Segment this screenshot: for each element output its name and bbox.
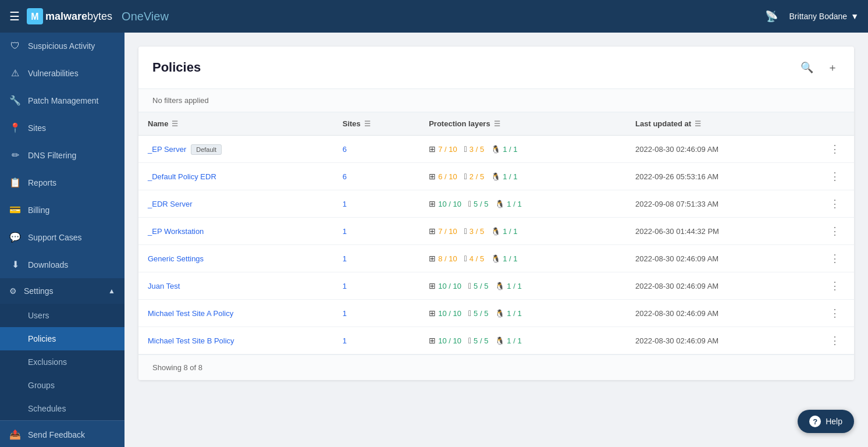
sites-count: 1 [343, 227, 347, 236]
sidebar-label-dns-filtering: DNS Filtering [28, 151, 76, 160]
sidebar-sub-item-schedules[interactable]: Schedules [0, 397, 124, 420]
sidebar-label-billing: Billing [28, 205, 49, 215]
protection-cell: ⊞ 8 / 10  4 / 5 🐧 1 / 1 [419, 245, 626, 272]
apple-score: 4 / 5 [469, 254, 484, 263]
sidebar-item-downloads[interactable]: ⬇Downloads [0, 251, 124, 278]
linux-layer: 🐧 1 / 1 [495, 282, 521, 290]
apple-icon:  [468, 308, 471, 318]
policy-link[interactable]: _Default Policy EDR [148, 172, 216, 181]
sidebar-sub-item-policies[interactable]: Policies [0, 327, 124, 350]
sidebar-item-reports[interactable]: 📋Reports [0, 169, 124, 196]
table-header-row: Name ☰ Sites ☰ Protectio [138, 112, 854, 136]
filter-text: No filters applied [152, 96, 209, 105]
sites-count: 1 [343, 309, 347, 318]
timestamp: 2022-08-30 02:46:09 AM [635, 145, 718, 154]
row-menu-cell: ⋮ [816, 272, 854, 300]
linux-layer: 🐧 1 / 1 [491, 145, 517, 154]
row-context-menu[interactable]: ⋮ [825, 196, 845, 212]
last-updated-cell: 2022-09-08 07:51:33 AM [626, 190, 816, 218]
row-menu-cell: ⋮ [816, 163, 854, 190]
help-button[interactable]: ? Help [798, 410, 854, 433]
send-feedback-label: Send Feedback [28, 430, 85, 439]
sites-cell: 6 [333, 163, 419, 190]
name-filter-icon[interactable]: ☰ [172, 120, 178, 128]
windows-layer: ⊞ 6 / 10 [429, 172, 457, 181]
sidebar-item-dns-filtering[interactable]: ✏DNS Filtering [0, 141, 124, 169]
linux-score: 1 / 1 [503, 254, 517, 263]
lastupdated-filter-icon[interactable]: ☰ [695, 120, 701, 128]
protection-filter-icon[interactable]: ☰ [494, 120, 500, 128]
windows-icon: ⊞ [429, 254, 436, 263]
sidebar-item-vulnerabilities[interactable]: ⚠Vulnerabilities [0, 59, 124, 87]
policy-link[interactable]: Juan Test [148, 282, 180, 290]
sidebar-item-sites[interactable]: 📍Sites [0, 114, 124, 141]
row-context-menu[interactable]: ⋮ [825, 278, 845, 294]
settings-icon: ⚙ [9, 286, 17, 296]
apple-score: 2 / 5 [469, 172, 484, 181]
row-context-menu[interactable]: ⋮ [825, 250, 845, 267]
apple-icon:  [464, 144, 467, 154]
apple-score: 3 / 5 [469, 145, 484, 154]
policy-name-cell: Generic Settings [138, 245, 333, 272]
table-row: Juan Test 1 ⊞ 10 / 10  5 / 5 🐧 1 / 1 [138, 272, 854, 300]
policy-link[interactable]: _EP Workstation [148, 227, 204, 236]
sidebar-sub-item-exclusions[interactable]: Exclusions [0, 350, 124, 374]
support-cases-icon: 💬 [9, 232, 21, 243]
timestamp: 2022-08-30 02:46:09 AM [635, 254, 718, 263]
sites-cell: 1 [333, 327, 419, 354]
row-context-menu[interactable]: ⋮ [825, 141, 845, 157]
linux-layer: 🐧 1 / 1 [495, 200, 521, 208]
sites-count: 1 [343, 254, 347, 263]
malwarebytes-logo-icon: M [27, 8, 43, 24]
row-context-menu[interactable]: ⋮ [825, 223, 845, 239]
search-button[interactable]: 🔍 [798, 59, 816, 76]
user-menu[interactable]: Brittany Bodane ▼ [789, 12, 859, 21]
row-context-menu[interactable]: ⋮ [825, 168, 845, 185]
apple-icon:  [468, 281, 471, 290]
sidebar-item-send-feedback[interactable]: 📤 Send Feedback [0, 421, 124, 447]
logo-text: malwarebytes [45, 10, 112, 23]
apple-layer:  5 / 5 [468, 281, 488, 290]
sidebar-item-billing[interactable]: 💳Billing [0, 196, 124, 224]
row-context-menu[interactable]: ⋮ [825, 305, 845, 321]
rss-icon[interactable]: 📡 [765, 10, 778, 23]
sites-filter-icon[interactable]: ☰ [364, 120, 371, 128]
chevron-up-icon: ▲ [108, 287, 115, 295]
linux-icon: 🐧 [495, 282, 504, 290]
col-protection: Protection layers ☰ [419, 112, 626, 136]
protection-layers: ⊞ 10 / 10  5 / 5 🐧 1 / 1 [429, 281, 617, 290]
sidebar-sub-item-users[interactable]: Users [0, 304, 124, 327]
sidebar-item-suspicious-activity[interactable]: 🛡Suspicious Activity [0, 33, 124, 59]
sites-count: 1 [343, 336, 347, 345]
linux-icon: 🐧 [495, 200, 504, 208]
linux-score: 1 / 1 [507, 336, 521, 345]
windows-layer: ⊞ 10 / 10 [429, 336, 461, 345]
protection-layers: ⊞ 7 / 10  3 / 5 🐧 1 / 1 [429, 226, 617, 236]
row-context-menu[interactable]: ⋮ [825, 332, 845, 349]
hamburger-menu[interactable]: ☰ [9, 9, 20, 23]
main-content: Policies 🔍 ＋ No filters applied Name [124, 33, 868, 447]
sites-count: 1 [343, 282, 347, 290]
add-policy-button[interactable]: ＋ [825, 58, 840, 77]
row-menu-cell: ⋮ [816, 327, 854, 354]
policy-link[interactable]: Generic Settings [148, 254, 204, 263]
policy-link[interactable]: _EP Server [148, 145, 186, 154]
apple-layer:  5 / 5 [468, 308, 488, 318]
policies-card: Policies 🔍 ＋ No filters applied Name [138, 47, 854, 380]
policy-name-cell: Michael Test Site B Policy [138, 327, 333, 354]
windows-layer: ⊞ 7 / 10 [429, 144, 457, 154]
sidebar-item-support-cases[interactable]: 💬Support Cases [0, 224, 124, 251]
sidebar-label-vulnerabilities: Vulnerabilities [28, 69, 79, 78]
linux-icon: 🐧 [491, 254, 500, 263]
sidebar-sub-item-groups[interactable]: Groups [0, 374, 124, 397]
linux-icon: 🐧 [495, 336, 504, 345]
windows-score: 6 / 10 [438, 172, 457, 181]
policy-link[interactable]: Michael Test Site B Policy [148, 336, 234, 345]
sidebar-item-patch-management[interactable]: 🔧Patch Management [0, 87, 124, 114]
sidebar-item-settings[interactable]: ⚙ Settings ▲ [0, 278, 124, 304]
sidebar-label-patch-management: Patch Management [28, 96, 98, 105]
policy-link[interactable]: _EDR Server [148, 200, 193, 208]
policy-link[interactable]: Michael Test Site A Policy [148, 309, 233, 318]
timestamp: 2022-08-30 02:46:09 AM [635, 336, 718, 345]
help-label: Help [826, 417, 842, 426]
